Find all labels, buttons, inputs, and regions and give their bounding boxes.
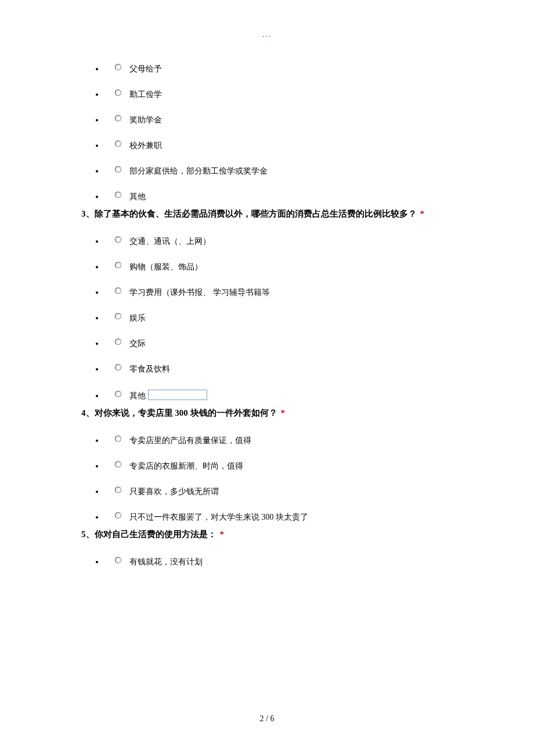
header-marker: --- bbox=[0, 33, 534, 39]
radio-icon[interactable] bbox=[115, 192, 121, 198]
option-label: 交际 bbox=[129, 339, 146, 348]
list-item: 交通、通讯（、上网） bbox=[104, 236, 493, 246]
option-label: 部分家庭供给，部分勤工俭学或奖学金 bbox=[129, 167, 268, 175]
option-label: 只要喜欢，多少钱无所谓 bbox=[129, 487, 219, 496]
option-label: 其他 bbox=[129, 391, 146, 400]
list-item: 父母给予 bbox=[104, 64, 493, 73]
option-label: 学习费用（课外书报、 学习辅导书籍等 bbox=[129, 288, 270, 297]
list-item: 购物（服装、饰品） bbox=[104, 262, 493, 271]
opt-text-a: 只不过一件衣服罢了，对大学生来说 bbox=[129, 513, 262, 521]
option-label: 其他 bbox=[129, 192, 146, 201]
option-label: 娱乐 bbox=[129, 314, 146, 322]
question-3: 3、除了基本的伙食、生活必需品消费以外，哪些方面的消费占总生活费的比例比较多？* bbox=[81, 208, 493, 220]
q5-options: 有钱就花，没有计划 bbox=[81, 557, 493, 566]
option-label: 购物（服装、饰品） bbox=[129, 262, 203, 271]
required-asterisk: * bbox=[417, 209, 425, 218]
radio-icon[interactable] bbox=[115, 391, 121, 397]
radio-icon[interactable] bbox=[115, 461, 121, 467]
option-label: 专卖店里的产品有质量保证，值得 bbox=[129, 436, 251, 445]
radio-icon[interactable] bbox=[115, 557, 121, 563]
list-item: 专卖店里的产品有质量保证，值得 bbox=[104, 435, 493, 445]
list-item: 只要喜欢，多少钱无所谓 bbox=[104, 487, 493, 496]
option-label: 有钱就花，没有计划 bbox=[129, 557, 203, 566]
list-item: 其他 bbox=[104, 192, 493, 201]
list-item: 奖助学金 bbox=[104, 115, 493, 124]
opt-text-b: 块太贵了 bbox=[274, 513, 309, 521]
radio-icon[interactable] bbox=[115, 262, 121, 268]
radio-icon[interactable] bbox=[115, 487, 121, 493]
radio-icon[interactable] bbox=[115, 287, 121, 294]
q3-options: 交通、通讯（、上网） 购物（服装、饰品） 学习费用（课外书报、 学习辅导书籍等 … bbox=[81, 236, 493, 400]
option-label: 校外兼职 bbox=[129, 141, 162, 150]
opt-price: 300 bbox=[262, 513, 274, 521]
option-label: 只不过一件衣服罢了，对大学生来说 300 块太贵了 bbox=[129, 513, 308, 521]
question-4: 4、对你来说，专卖店里 300 块钱的一件外套如何？* bbox=[81, 407, 493, 419]
page-content: 父母给予 勤工俭学 奖助学金 校外兼职 部分家庭供给，部分勤工俭学或奖学金 其他… bbox=[81, 64, 493, 573]
list-item: 只不过一件衣服罢了，对大学生来说 300 块太贵了 bbox=[104, 512, 493, 521]
radio-icon[interactable] bbox=[115, 141, 121, 147]
question-number: 4 bbox=[81, 408, 86, 417]
question-price: 300 bbox=[175, 408, 188, 417]
required-asterisk: * bbox=[217, 530, 225, 539]
radio-icon[interactable] bbox=[115, 236, 121, 243]
option-label: 专卖店的衣服新潮、时尚，值得 bbox=[129, 462, 243, 470]
question-5: 5、你对自己生活费的使用方法是：* bbox=[81, 528, 493, 541]
question-number: 3 bbox=[81, 209, 86, 218]
list-item: 学习费用（课外书报、 学习辅导书籍等 bbox=[104, 287, 493, 297]
radio-icon[interactable] bbox=[115, 512, 121, 519]
other-input[interactable] bbox=[148, 390, 207, 400]
list-item: 有钱就花，没有计划 bbox=[104, 557, 493, 566]
option-label: 奖助学金 bbox=[129, 116, 162, 124]
list-item: 娱乐 bbox=[104, 313, 493, 322]
list-item: 零食及饮料 bbox=[104, 364, 493, 373]
option-label: 父母给予 bbox=[129, 64, 162, 73]
radio-icon[interactable] bbox=[115, 115, 121, 121]
page-footer: 2 / 6 bbox=[0, 714, 534, 723]
radio-icon[interactable] bbox=[115, 89, 121, 96]
question-text-a: 、对你来说，专卖店里 bbox=[86, 408, 175, 417]
question-number: 5 bbox=[81, 530, 86, 539]
list-item: 交际 bbox=[104, 339, 493, 348]
question-text-b: 块钱的一件外套如何？ bbox=[188, 408, 277, 417]
q2-options: 父母给予 勤工俭学 奖助学金 校外兼职 部分家庭供给，部分勤工俭学或奖学金 其他 bbox=[81, 64, 493, 201]
list-item: 专卖店的衣服新潮、时尚，值得 bbox=[104, 461, 493, 470]
option-label: 零食及饮料 bbox=[129, 365, 170, 373]
radio-icon[interactable] bbox=[115, 435, 121, 442]
radio-icon[interactable] bbox=[115, 364, 121, 370]
radio-icon[interactable] bbox=[115, 64, 121, 70]
list-item: 校外兼职 bbox=[104, 141, 493, 150]
question-text: 、除了基本的伙食、生活必需品消费以外，哪些方面的消费占总生活费的比例比较多？ bbox=[86, 209, 417, 218]
question-text: 、你对自己生活费的使用方法是： bbox=[86, 530, 217, 539]
radio-icon[interactable] bbox=[115, 166, 121, 172]
radio-icon[interactable] bbox=[115, 313, 121, 319]
list-item: 部分家庭供给，部分勤工俭学或奖学金 bbox=[104, 166, 493, 175]
radio-icon[interactable] bbox=[115, 339, 121, 345]
option-label: 交通、通讯（、上网） bbox=[129, 237, 211, 246]
required-asterisk: * bbox=[277, 408, 286, 417]
list-item: 其他 bbox=[104, 390, 493, 400]
q4-options: 专卖店里的产品有质量保证，值得 专卖店的衣服新潮、时尚，值得 只要喜欢，多少钱无… bbox=[81, 435, 493, 521]
list-item: 勤工俭学 bbox=[104, 89, 493, 99]
option-label: 勤工俭学 bbox=[129, 90, 162, 99]
